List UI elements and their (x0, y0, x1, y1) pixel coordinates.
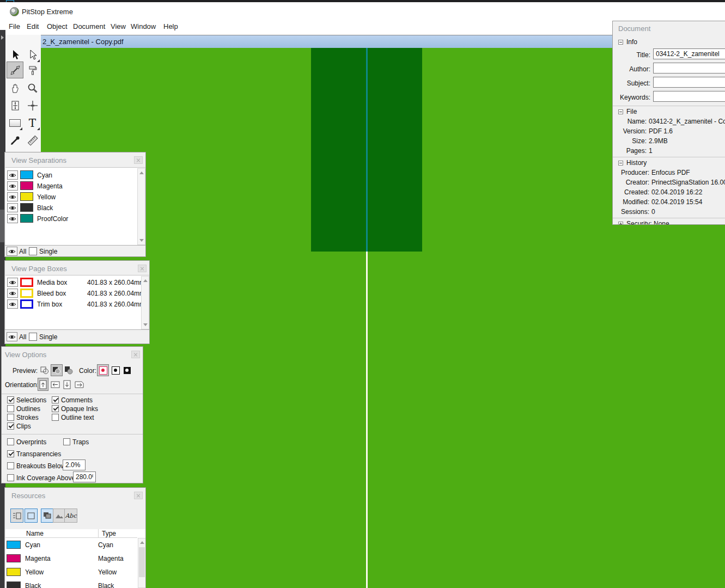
overprints-checkbox[interactable] (7, 438, 14, 445)
menu-view[interactable]: View (111, 22, 126, 30)
transparencies-checkbox[interactable] (7, 450, 14, 457)
eye-toggle[interactable] (7, 170, 18, 180)
select-tool[interactable] (7, 46, 23, 63)
preview-filled-button[interactable] (51, 364, 63, 376)
direct-select-tool[interactable] (24, 46, 41, 63)
color-paper-button[interactable] (97, 364, 109, 376)
subject-field-input[interactable] (653, 77, 725, 88)
orientation-up-button[interactable] (38, 378, 48, 391)
selections-checkbox[interactable] (7, 396, 14, 403)
text-tool[interactable]: T (24, 114, 41, 131)
outline-text-checkbox[interactable] (52, 414, 59, 421)
eye-icon (9, 216, 16, 222)
all-eye-toggle[interactable] (7, 332, 17, 341)
collapse-info-icon[interactable] (618, 40, 623, 45)
dock-expand-icon[interactable] (1, 35, 4, 40)
resource-name[interactable]: Yellow (25, 568, 44, 576)
orientation-down-button[interactable] (62, 378, 72, 391)
roller-tool[interactable] (24, 62, 41, 78)
column-divider[interactable] (98, 529, 99, 537)
scroll-down-icon[interactable] (143, 323, 148, 326)
thumbnail-view-button[interactable] (25, 509, 38, 523)
outlines-checkbox[interactable] (7, 405, 14, 412)
list-view-button[interactable] (10, 509, 23, 523)
orientation-down-icon (63, 380, 71, 389)
scrollbar[interactable] (138, 538, 146, 588)
color-black-on-white-button[interactable] (110, 364, 121, 376)
expand-security-icon[interactable] (618, 222, 623, 225)
name-column-header[interactable]: Name (26, 530, 44, 537)
fonts-category-button[interactable]: Abc (64, 509, 77, 523)
color-white-on-black-button[interactable] (121, 364, 132, 376)
collapse-history-icon[interactable] (618, 161, 623, 166)
collapse-file-icon[interactable] (618, 109, 623, 114)
opaque-inks-checkbox[interactable] (52, 405, 59, 412)
document-titlebar[interactable]: 2_K_zamenitel - Copy.pdf (5, 35, 612, 48)
preview-outline-button[interactable] (39, 364, 51, 376)
thumbnail-view-icon (27, 512, 35, 519)
eye-toggle[interactable] (7, 203, 18, 212)
resource-name[interactable]: Cyan (25, 541, 40, 549)
ink-coverage-input[interactable] (73, 471, 96, 482)
crosshair-tool[interactable] (24, 97, 41, 114)
eye-toggle[interactable] (7, 278, 18, 287)
colors-category-button[interactable] (41, 509, 54, 523)
rectangle-tool[interactable] (7, 114, 23, 131)
eye-toggle[interactable] (7, 214, 18, 223)
eyedropper-tool[interactable] (7, 132, 23, 149)
page-box-tool[interactable] (7, 97, 23, 114)
keywords-field-input[interactable] (653, 91, 725, 102)
title-field-input[interactable] (653, 48, 725, 59)
menu-help[interactable]: Help (163, 22, 178, 30)
resource-name[interactable]: Black (25, 582, 41, 588)
resource-name[interactable]: Magenta (25, 555, 51, 562)
menu-window[interactable]: Window (131, 22, 156, 30)
page-boxes-footer: All Single (5, 329, 149, 344)
single-label: Single (39, 333, 57, 341)
close-icon[interactable] (138, 265, 147, 272)
single-checkbox[interactable] (29, 333, 37, 341)
eye-toggle[interactable] (7, 181, 18, 191)
scroll-up-icon[interactable] (143, 279, 148, 282)
author-field-input[interactable] (653, 63, 725, 74)
close-icon[interactable] (134, 156, 143, 164)
all-eye-toggle[interactable] (7, 247, 17, 256)
single-checkbox[interactable] (29, 247, 37, 255)
eye-toggle[interactable] (7, 299, 18, 309)
color-swatch (7, 554, 21, 562)
type-column-header[interactable]: Type (102, 530, 116, 537)
file-section-label: File (626, 108, 637, 115)
zoom-tool[interactable] (24, 79, 41, 96)
menu-file[interactable]: File (9, 22, 20, 30)
transform-tool[interactable] (7, 62, 23, 78)
scroll-up-icon[interactable] (140, 541, 144, 544)
page-box-name: Trim box (37, 301, 62, 308)
eye-toggle[interactable] (7, 289, 18, 298)
strokes-checkbox[interactable] (7, 414, 14, 421)
comments-checkbox[interactable] (52, 396, 59, 403)
hand-tool[interactable] (7, 79, 23, 96)
scroll-down-icon[interactable] (139, 239, 144, 242)
menu-document[interactable]: Document (73, 22, 105, 30)
eye-toggle[interactable] (7, 192, 18, 201)
close-icon[interactable] (134, 492, 143, 499)
menu-object[interactable]: Object (47, 22, 68, 30)
scrollbar[interactable] (137, 168, 145, 245)
eye-icon (8, 334, 16, 340)
close-icon[interactable] (131, 351, 140, 358)
menu-edit[interactable]: Edit (27, 22, 39, 30)
orientation-left-button[interactable] (49, 378, 61, 391)
breakouts-below-checkbox[interactable] (7, 462, 14, 469)
scrollbar[interactable] (141, 276, 149, 329)
clips-checkbox[interactable] (7, 422, 14, 430)
orientation-right-button[interactable] (73, 378, 85, 391)
preview-filled-icon (52, 365, 62, 375)
preview-mixed-button[interactable] (63, 364, 75, 376)
breakouts-below-input[interactable] (63, 460, 86, 470)
measure-tool[interactable] (24, 132, 41, 149)
scroll-thumb[interactable] (139, 547, 145, 577)
ink-coverage-checkbox[interactable] (7, 474, 14, 481)
traps-checkbox[interactable] (63, 438, 70, 445)
scroll-up-icon[interactable] (139, 171, 144, 174)
page-box-size: 401.83 x 260.04mm (87, 279, 145, 286)
